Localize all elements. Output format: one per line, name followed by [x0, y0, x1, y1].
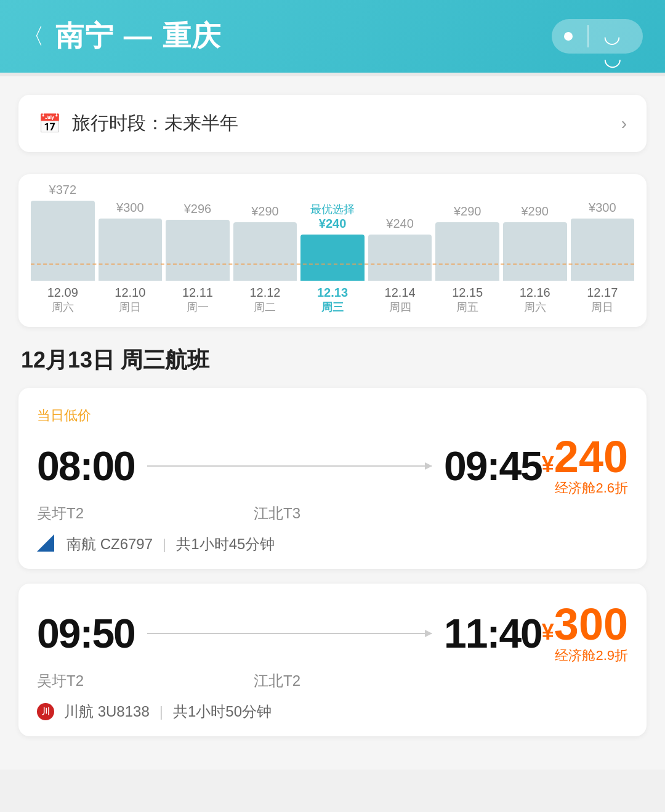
bar-label-area: ¥240: [386, 203, 414, 235]
flight-card-1[interactable]: 09:50 11:40 ¥300 经济舱2.9折 吴圩T2 江北T2 川 川航 …: [18, 584, 647, 736]
bar-group-12-13[interactable]: 最优选择¥24012.13周三: [300, 203, 365, 315]
bar-group-12-15[interactable]: ¥29012.15周五: [435, 190, 499, 315]
bar-day-label: 周日: [119, 300, 141, 315]
price-bar: [99, 219, 163, 281]
bar-date-label: 12.11: [182, 286, 213, 300]
main-content: 📅 旅行时段：未来半年 › ¥37212.09周六¥30012.10周日¥296…: [0, 76, 665, 770]
back-button[interactable]: 〈: [22, 22, 44, 52]
arrow-line: [147, 633, 432, 634]
header-face-icon: ◡: [603, 26, 631, 47]
route-title: 南宁 — 重庆: [55, 17, 222, 55]
flight-card-0[interactable]: 当日低价 08:00 09:45 ¥240 经济舱2.6折 吴圩T2 江北T3 …: [18, 388, 647, 569]
bar-date-label: 12.14: [385, 286, 416, 300]
app-header: 〈 南宁 — 重庆 ◡: [0, 0, 665, 73]
bar-group-12-17[interactable]: ¥30012.17周日: [571, 187, 635, 315]
bar-day-label: 周一: [187, 300, 209, 315]
bar-price-label: ¥240: [386, 217, 414, 231]
flight-airports: 吴圩T2 江北T2: [37, 671, 628, 691]
bar-label-area: ¥290: [454, 190, 482, 222]
bar-price-label: ¥372: [49, 183, 77, 197]
bar-label-area: ¥300: [116, 187, 144, 219]
price-bar: [300, 235, 365, 281]
filter-label: 旅行时段：未来半年: [72, 111, 238, 136]
bar-date-label: 12.15: [452, 286, 483, 300]
best-tag: 最优选择: [310, 203, 355, 217]
departure-time: 09:50: [37, 610, 135, 657]
bar-label-area: ¥372: [49, 174, 77, 201]
price-currency: ¥: [542, 619, 554, 645]
bar-price-label: ¥300: [589, 201, 616, 215]
flight-info: 川 川航 3U8138 | 共1小时50分钟: [37, 702, 628, 722]
price-bar: [503, 222, 567, 281]
bar-day-label: 周三: [321, 300, 344, 315]
bar-date-label: 12.16: [520, 286, 550, 300]
airline-name: 川航 3U8138: [64, 702, 150, 722]
bar-label-area: ¥290: [251, 190, 279, 222]
airline-logo: 川: [37, 703, 54, 720]
arrival-airport: 江北T3: [234, 504, 320, 523]
svg-marker-0: [37, 534, 54, 552]
price-bar: [435, 222, 499, 281]
bar-group-12-12[interactable]: ¥29012.12周二: [233, 190, 297, 315]
flight-duration: 共1小时45分钟: [176, 534, 275, 554]
separator: |: [159, 703, 163, 720]
bar-date-label: 12.17: [587, 286, 618, 300]
separator: |: [163, 536, 166, 553]
departure-time: 08:00: [37, 443, 135, 489]
price-discount: 经济舱2.6折: [542, 479, 628, 497]
flight-price: ¥300 经济舱2.9折: [542, 602, 628, 665]
bar-label-area: 最优选择¥240: [310, 203, 355, 235]
header-divider: [587, 25, 589, 47]
flight-times: 08:00 09:45: [37, 443, 542, 489]
arrival-airport: 江北T2: [234, 671, 320, 691]
bar-day-label: 周五: [456, 300, 478, 315]
bar-day-label: 周二: [254, 300, 276, 315]
flight-main-row: 08:00 09:45 ¥240 经济舱2.6折: [37, 435, 628, 497]
flight-info: 南航 CZ6797 | 共1小时45分钟: [37, 534, 628, 554]
flight-times: 09:50 11:40: [37, 610, 542, 657]
bar-group-12-10[interactable]: ¥30012.10周日: [99, 187, 163, 315]
departure-airport: 吴圩T2: [37, 504, 123, 523]
calendar-icon: 📅: [38, 113, 61, 134]
flight-arrow: [147, 465, 432, 467]
flight-airports: 吴圩T2 江北T3: [37, 504, 628, 523]
price-currency: ¥: [542, 452, 554, 477]
bar-label-area: ¥290: [521, 190, 549, 222]
bar-date-label: 12.09: [47, 286, 78, 300]
arrival-time: 09:45: [444, 443, 542, 489]
airline-logo: [37, 534, 57, 554]
arrow-line: [147, 465, 432, 467]
header-controls[interactable]: ◡: [552, 19, 643, 54]
bar-group-12-11[interactable]: ¥29612.11周一: [166, 188, 230, 315]
departure-airport: 吴圩T2: [37, 671, 123, 691]
price-bar: [233, 222, 297, 281]
bar-group-12-16[interactable]: ¥29012.16周六: [503, 190, 567, 315]
bar-group-12-09[interactable]: ¥37212.09周六: [31, 174, 95, 315]
flight-main-row: 09:50 11:40 ¥300 经济舱2.9折: [37, 602, 628, 665]
header-dot-icon: [564, 32, 573, 41]
price-bar: [166, 220, 230, 281]
bar-price-label: ¥296: [184, 202, 212, 216]
bar-label-area: ¥296: [184, 188, 212, 220]
price-discount: 经济舱2.9折: [542, 646, 628, 665]
bar-date-label: 12.12: [249, 286, 280, 300]
arrival-time: 11:40: [444, 610, 542, 657]
flight-price: ¥240 经济舱2.6折: [542, 435, 628, 497]
chart-dashed-line: [31, 263, 634, 265]
bar-date-label: 12.13: [317, 286, 348, 300]
bar-day-label: 周四: [389, 300, 411, 315]
price-bar: [31, 201, 95, 281]
bar-label-area: ¥300: [589, 187, 616, 219]
bar-group-12-14[interactable]: ¥24012.14周四: [368, 203, 432, 315]
date-filter-card[interactable]: 📅 旅行时段：未来半年 ›: [18, 95, 647, 152]
flight-arrow: [147, 633, 432, 634]
low-price-tag: 当日低价: [37, 406, 628, 425]
bar-date-label: 12.10: [115, 286, 145, 300]
chart-bars-area: ¥37212.09周六¥30012.10周日¥29612.11周一¥29012.…: [31, 191, 634, 315]
flight-duration: 共1小时50分钟: [173, 702, 272, 722]
bar-price-label: ¥290: [251, 204, 279, 219]
bar-day-label: 周六: [524, 300, 546, 315]
filter-left: 📅 旅行时段：未来半年: [38, 111, 238, 136]
price-amount: 240: [554, 432, 628, 481]
filter-arrow-icon: ›: [621, 114, 627, 134]
